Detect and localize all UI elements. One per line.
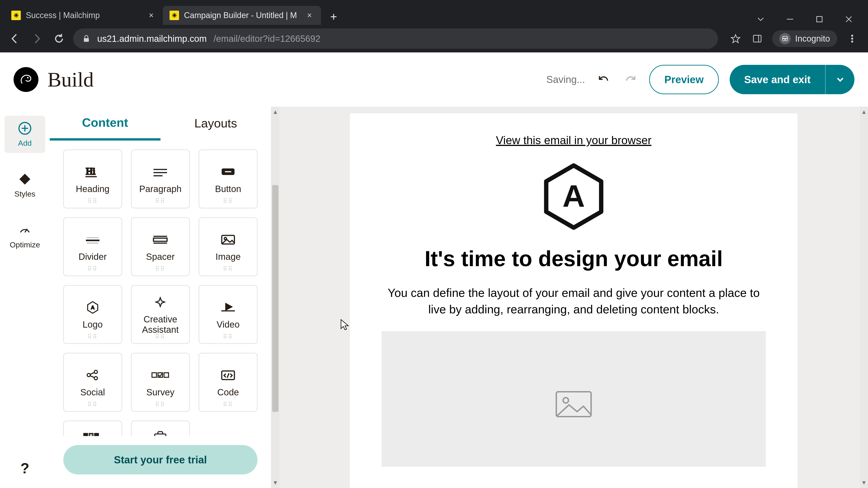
svg-point-8 [782, 39, 785, 41]
image-placeholder[interactable] [381, 331, 766, 467]
mailchimp-logo-icon[interactable] [13, 67, 38, 92]
svg-point-56 [563, 398, 568, 403]
nav-add-label: Add [18, 139, 32, 148]
scroll-up-icon[interactable]: ▲ [861, 108, 867, 116]
canvas-heading[interactable]: It's time to design your email [425, 246, 723, 271]
side-panel-icon[interactable] [750, 32, 764, 45]
svg-rect-50 [89, 433, 93, 436]
grip-icon: ⠿⠿ [223, 198, 233, 205]
close-icon[interactable]: × [305, 11, 314, 20]
browser-tab-success[interactable]: ✳ Success | Mailchimp × [4, 6, 163, 25]
save-exit-button[interactable]: Save and exit [730, 65, 825, 94]
canvas-scrollbar[interactable]: ▲ ▼ [860, 107, 868, 488]
block-button[interactable]: Button ⠿⠿ [199, 150, 257, 208]
nav-styles[interactable]: Styles [4, 166, 45, 204]
canvas-lead[interactable]: You can define the layout of your email … [381, 285, 766, 318]
tab-strip: ✳ Success | Mailchimp × ✳ Campaign Build… [0, 0, 868, 25]
block-creative-assistant[interactable]: Creative Assistant ⠿⠿ [131, 285, 190, 344]
preview-button[interactable]: Preview [649, 65, 719, 94]
tab-layouts[interactable]: Layouts [160, 107, 271, 140]
panel-scrollbar[interactable]: ▲ ▼ [271, 107, 279, 488]
undo-button[interactable] [596, 72, 612, 88]
block-spacer[interactable]: Spacer ⠿⠿ [131, 217, 190, 276]
svg-rect-55 [556, 392, 591, 417]
incognito-label: Incognito [795, 34, 830, 43]
tab-content[interactable]: Content [50, 107, 160, 140]
svg-rect-6 [753, 35, 761, 42]
scroll-down-icon[interactable]: ▼ [272, 479, 278, 486]
grip-icon: ⠿⠿ [223, 333, 233, 340]
save-status: Saving... [546, 74, 585, 85]
lock-icon [82, 35, 90, 43]
grip-icon: ⠿⠿ [155, 401, 165, 408]
start-trial-button[interactable]: Start your free trial [63, 445, 257, 475]
block-survey[interactable]: Survey ⠿⠿ [131, 353, 190, 412]
grip-icon: ⠿⠿ [88, 265, 98, 272]
bookmark-icon[interactable] [729, 32, 742, 45]
video-icon [219, 299, 237, 315]
email-canvas[interactable]: View this email in your browser A It's t… [350, 113, 798, 488]
app-header: Build Saving... Preview Save and exit [0, 53, 868, 107]
scroll-down-icon[interactable]: ▼ [861, 479, 867, 486]
new-tab-button[interactable]: + [326, 8, 342, 25]
block-social[interactable]: Social ⠿⠿ [63, 353, 122, 412]
svg-line-43 [90, 376, 94, 378]
preview-label: Preview [664, 73, 704, 86]
help-button[interactable]: ? [20, 460, 29, 477]
block-apps[interactable] [63, 421, 122, 436]
view-in-browser-link[interactable]: View this email in your browser [496, 134, 651, 147]
browser-tab-builder[interactable]: ✳ Campaign Builder - Untitled | M × [163, 6, 321, 25]
block-paragraph-label: Paragraph [139, 184, 182, 194]
block-heading[interactable]: Hi Heading ⠿⠿ [63, 150, 122, 208]
survey-icon [149, 367, 172, 383]
apps-icon [83, 427, 103, 436]
tab-content-label: Content [82, 116, 128, 129]
close-icon[interactable]: × [147, 11, 156, 20]
browser-chrome: ✳ Success | Mailchimp × ✳ Campaign Build… [0, 0, 868, 53]
svg-text:A: A [562, 178, 585, 213]
save-exit-label: Save and exit [744, 73, 811, 86]
svg-marker-57 [341, 320, 348, 330]
block-paragraph[interactable]: Paragraph ⠿⠿ [131, 150, 190, 208]
email-logo-placeholder[interactable]: A [537, 160, 610, 233]
scroll-thumb[interactable] [272, 185, 278, 412]
tabs-caret-icon[interactable] [755, 13, 766, 25]
block-video[interactable]: Video ⠿⠿ [199, 285, 257, 344]
nav-optimize-label: Optimize [10, 240, 40, 249]
maximize-icon[interactable] [814, 13, 825, 25]
tab-layouts-label: Layouts [194, 116, 237, 130]
minimize-icon[interactable] [784, 13, 796, 25]
start-trial-label: Start your free trial [114, 454, 207, 466]
reload-button[interactable] [51, 31, 67, 46]
nav-add[interactable]: Add [4, 116, 45, 153]
block-products[interactable] [131, 421, 190, 436]
forward-button[interactable] [29, 31, 45, 46]
save-exit-split-button: Save and exit [730, 65, 855, 94]
svg-line-48 [227, 373, 229, 378]
incognito-icon [779, 33, 791, 44]
close-window-icon[interactable] [843, 13, 855, 25]
svg-point-12 [851, 41, 853, 42]
page-title: Build [48, 68, 94, 92]
kebab-menu-icon[interactable] [845, 32, 859, 45]
heading-icon: Hi [84, 164, 102, 180]
url-field[interactable]: us21.admin.mailchimp.com/email/editor?id… [73, 29, 718, 49]
incognito-badge[interactable]: Incognito [772, 30, 837, 47]
redo-button[interactable] [622, 72, 638, 88]
diamond-icon [18, 172, 32, 186]
svg-rect-46 [164, 373, 168, 377]
block-code[interactable]: Code ⠿⠿ [199, 353, 257, 412]
grip-icon: ⠿⠿ [88, 198, 98, 205]
save-exit-dropdown[interactable] [825, 65, 855, 94]
block-divider[interactable]: Divider ⠿⠿ [63, 217, 122, 276]
svg-rect-44 [152, 373, 157, 377]
block-image[interactable]: Image ⠿⠿ [199, 217, 257, 276]
button-icon [219, 164, 237, 180]
scroll-up-icon[interactable]: ▲ [272, 108, 278, 116]
spacer-icon [151, 232, 169, 248]
block-logo[interactable]: A Logo ⠿⠿ [63, 285, 122, 344]
back-button[interactable] [7, 31, 23, 46]
divider-icon [84, 232, 102, 248]
svg-marker-18 [20, 174, 30, 184]
nav-optimize[interactable]: Optimize [4, 217, 45, 255]
